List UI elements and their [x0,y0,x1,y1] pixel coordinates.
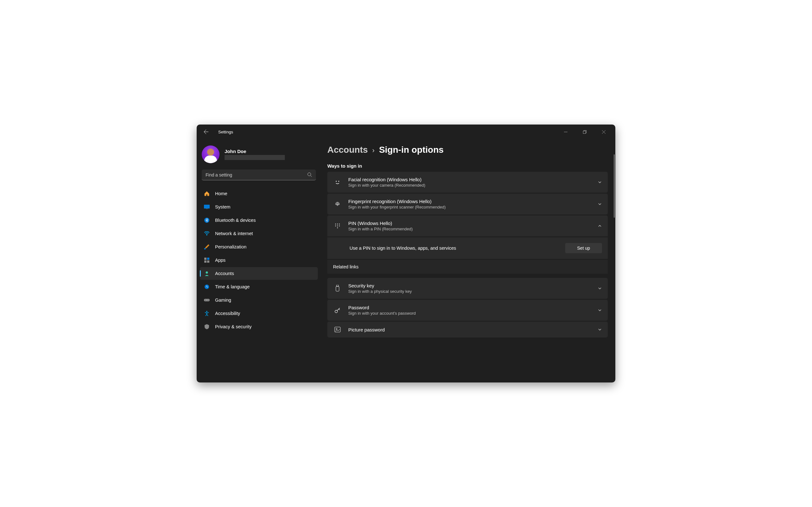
svg-point-19 [206,311,207,312]
svg-rect-12 [204,261,206,263]
option-facial-recognition[interactable]: Facial recognition (Windows Hello) Sign … [327,172,608,193]
sidebar-item-personalization[interactable]: Personalization [200,240,318,253]
chevron-down-icon [598,327,602,332]
sidebar-item-label: Network & internet [215,231,253,236]
maximize-icon [583,130,587,134]
sidebar-item-label: Time & language [215,284,250,289]
maximize-button[interactable] [578,127,591,136]
signin-options-list: Facial recognition (Windows Hello) Sign … [327,172,608,337]
svg-point-33 [336,328,337,330]
option-title: Picture password [348,327,591,332]
close-icon [602,130,606,134]
search-box[interactable] [202,170,316,180]
option-security-key[interactable]: Security key Sign in with a physical sec… [327,278,608,299]
breadcrumb-parent[interactable]: Accounts [327,145,368,155]
sidebar-item-system[interactable]: System [200,201,318,213]
key-icon [333,307,342,314]
chevron-down-icon [598,308,602,313]
sidebar: John Doe Home System [197,139,321,383]
app-title: Settings [218,130,233,134]
minimize-button[interactable] [560,127,571,136]
svg-point-8 [206,235,207,236]
svg-point-14 [206,272,208,274]
page-title: Sign-in options [379,145,444,155]
sidebar-item-accessibility[interactable]: Accessibility [200,307,318,320]
bluetooth-icon [204,217,210,223]
chevron-right-icon: › [372,147,374,155]
window-controls [560,127,612,136]
option-picture-password[interactable]: Picture password [327,322,608,337]
pin-keypad-icon [333,223,342,229]
fingerprint-icon [333,201,342,207]
option-subtitle: Sign in with a physical security key [348,289,591,294]
search-input[interactable] [206,172,307,177]
nav-list: Home System Bluetooth & devices Network … [200,187,318,333]
main-panel: Accounts › Sign-in options Ways to sign … [321,139,615,383]
sidebar-item-label: Apps [215,258,225,263]
face-icon [333,179,342,185]
chevron-down-icon [598,286,602,291]
sidebar-item-label: Personalization [215,244,247,249]
option-title: PIN (Windows Hello) [348,221,591,226]
breadcrumb: Accounts › Sign-in options [327,145,608,155]
option-title: Security key [348,283,591,288]
svg-point-26 [337,226,338,227]
option-pin[interactable]: PIN (Windows Hello) Sign in with a PIN (… [327,216,608,236]
svg-point-18 [208,300,208,300]
svg-point-28 [337,228,338,228]
svg-point-24 [339,224,340,225]
gaming-icon [204,297,210,303]
sidebar-item-label: System [215,205,230,210]
sidebar-item-home[interactable]: Home [200,187,318,200]
avatar [202,146,219,163]
close-button[interactable] [598,127,610,136]
sidebar-item-bluetooth[interactable]: Bluetooth & devices [200,214,318,227]
sidebar-item-accounts[interactable]: Accounts [200,267,318,280]
sidebar-item-label: Gaming [215,297,231,302]
option-subtitle: Sign in with a PIN (Recommended) [348,227,591,231]
option-title: Fingerprint recognition (Windows Hello) [348,199,591,204]
pin-detail-text: Use a PIN to sign in to Windows, apps, a… [350,245,559,250]
titlebar-left: Settings [200,125,233,138]
content-area: John Doe Home System [197,139,615,383]
sidebar-item-network[interactable]: Network & internet [200,227,318,240]
accounts-icon [204,270,210,277]
user-block[interactable]: John Doe [200,143,318,170]
chevron-down-icon [598,202,602,206]
settings-window: Settings John Doe [197,124,615,383]
sidebar-item-label: Accessibility [215,311,240,316]
option-fingerprint[interactable]: Fingerprint recognition (Windows Hello) … [327,193,608,215]
svg-line-4 [310,176,312,177]
option-password[interactable]: Password Sign in with your account's pas… [327,300,608,321]
sidebar-item-apps[interactable]: Apps [200,254,318,267]
svg-point-3 [308,173,311,176]
svg-point-27 [339,226,340,227]
svg-point-31 [335,310,338,313]
search-icon [307,172,312,177]
svg-rect-30 [336,286,339,291]
sidebar-item-label: Bluetooth & devices [215,218,256,223]
svg-rect-2 [583,131,586,133]
sidebar-item-privacy[interactable]: Privacy & security [200,320,318,333]
setup-button[interactable]: Set up [565,243,602,253]
option-subtitle: Sign in with your camera (Recommended) [348,183,591,187]
svg-rect-16 [204,299,210,301]
picture-icon [333,327,342,332]
wifi-icon [204,230,210,237]
svg-rect-5 [204,205,210,209]
sidebar-item-label: Privacy & security [215,324,252,329]
sidebar-item-gaming[interactable]: Gaming [200,294,318,306]
back-button[interactable] [200,125,212,138]
scrollbar[interactable] [614,154,615,218]
svg-point-9 [204,248,206,250]
pin-detail-row: Use a PIN to sign in to Windows, apps, a… [327,237,608,259]
back-arrow-icon [204,129,209,134]
related-links-row[interactable]: Related links [327,260,608,274]
chevron-down-icon [598,180,602,184]
chevron-up-icon [598,224,602,228]
usb-key-icon [333,285,342,292]
sidebar-item-time[interactable]: Time & language [200,280,318,293]
accessibility-icon [204,310,210,317]
svg-point-20 [336,181,337,182]
svg-point-17 [205,300,206,300]
